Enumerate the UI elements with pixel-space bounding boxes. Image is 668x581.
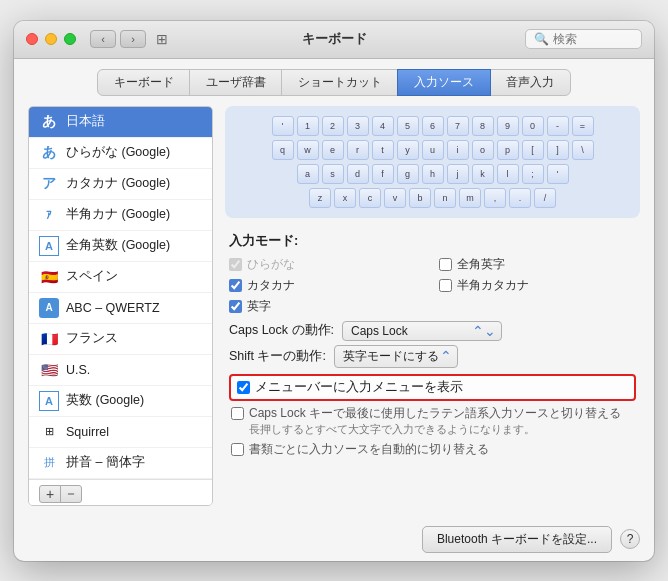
japanese-icon: あ <box>39 112 59 132</box>
grid-icon: ⊞ <box>156 31 168 47</box>
sidebar-item-katakana-google[interactable]: ア カタカナ (Google) <box>29 169 212 200</box>
checkbox-hiragana[interactable]: ひらがな <box>229 256 427 273</box>
key-r: r <box>347 140 369 160</box>
key-2: 2 <box>322 116 344 136</box>
key-a: a <box>297 164 319 184</box>
hiragana-google-icon: あ <box>39 143 59 163</box>
sidebar-item-spain[interactable]: 🇪🇸 スペイン <box>29 262 212 293</box>
key-5: 5 <box>397 116 419 136</box>
half-katakana-checkbox[interactable] <box>439 279 452 292</box>
option1-checkbox[interactable] <box>231 407 244 420</box>
window-title: キーボード <box>302 30 367 48</box>
full-alpha-label: 全角英字 <box>457 256 505 273</box>
full-alpha-checkbox[interactable] <box>439 258 452 271</box>
sidebar-label-spain: スペイン <box>66 268 118 285</box>
checkbox-half-katakana[interactable]: 半角カタカナ <box>439 277 637 294</box>
key-backtick: ' <box>272 116 294 136</box>
input-mode-checkboxes: ひらがな 全角英字 カタカナ 半角カタカナ <box>229 256 636 315</box>
tab-keyboard[interactable]: キーボード <box>97 69 191 96</box>
back-button[interactable]: ‹ <box>90 30 116 48</box>
bluetooth-setup-button[interactable]: Bluetooth キーボードを設定... <box>422 526 612 553</box>
sidebar-item-abc-qwertz[interactable]: A ABC – QWERTZ <box>29 293 212 324</box>
checkbox-alpha[interactable]: 英字 <box>229 298 427 315</box>
sidebar-label-us: U.S. <box>66 363 90 377</box>
key-lbracket: [ <box>522 140 544 160</box>
minimize-button[interactable] <box>45 33 57 45</box>
us-icon: 🇺🇸 <box>39 360 59 380</box>
tabs-bar: キーボード ユーザ辞書 ショートカット 入力ソース 音声入力 <box>14 59 654 96</box>
key-slash: / <box>534 188 556 208</box>
sidebar-label-katakana-google: カタカナ (Google) <box>66 175 170 192</box>
nav-buttons: ‹ › <box>90 30 146 48</box>
option2-label: 書類ごとに入力ソースを自動的に切り替える <box>249 441 489 458</box>
key-row-3: a s d f g h j k l ; ' <box>297 164 569 184</box>
close-button[interactable] <box>26 33 38 45</box>
search-input[interactable] <box>553 32 633 46</box>
tab-shortcuts[interactable]: ショートカット <box>281 69 399 96</box>
option2-checkbox[interactable] <box>231 443 244 456</box>
key-t: t <box>372 140 394 160</box>
key-row-2: q w e r t y u i o p [ ] \ <box>272 140 594 160</box>
sidebar-item-japanese[interactable]: あ 日本語 <box>29 107 212 138</box>
key-j: j <box>447 164 469 184</box>
france-icon: 🇫🇷 <box>39 329 59 349</box>
remove-source-button[interactable]: － <box>60 485 82 503</box>
sidebar-footer: + － <box>29 479 212 506</box>
key-6: 6 <box>422 116 444 136</box>
key-comma: , <box>484 188 506 208</box>
full-alpha-icon: A <box>39 236 59 256</box>
forward-button[interactable]: › <box>120 30 146 48</box>
key-1: 1 <box>297 116 319 136</box>
sidebar-label-france: フランス <box>66 330 118 347</box>
key-rbracket: ] <box>547 140 569 160</box>
sidebar: あ 日本語 あ ひらがな (Google) ア カタカナ (Google) ｱ … <box>28 106 213 506</box>
option1-row[interactable]: Caps Lock キーで最後に使用したラテン語系入力ソースと切り替える 長押し… <box>229 405 636 437</box>
half-katakana-icon: ｱ <box>39 205 59 225</box>
key-row-4: z x c v b n m , . / <box>309 188 556 208</box>
sidebar-item-squirrel[interactable]: ⊞ Squirrel <box>29 417 212 448</box>
traffic-lights <box>26 33 76 45</box>
caps-lock-select[interactable]: Caps Lock ⌃⌄ <box>342 321 502 341</box>
tab-voice-input[interactable]: 音声入力 <box>489 69 571 96</box>
sidebar-label-half-katakana: 半角カナ (Google) <box>66 206 170 223</box>
sidebar-label-japanese: 日本語 <box>66 113 105 130</box>
bottom-bar: Bluetooth キーボードを設定... ? <box>14 520 654 561</box>
tab-input-source[interactable]: 入力ソース <box>397 69 491 96</box>
sidebar-item-alpha-google[interactable]: A 英数 (Google) <box>29 386 212 417</box>
sidebar-item-us[interactable]: 🇺🇸 U.S. <box>29 355 212 386</box>
alpha-google-icon: A <box>39 391 59 411</box>
key-g: g <box>397 164 419 184</box>
key-l: l <box>497 164 519 184</box>
sidebar-item-half-katakana-google[interactable]: ｱ 半角カナ (Google) <box>29 200 212 231</box>
menu-checkbox-row[interactable]: メニューバーに入力メニューを表示 <box>229 374 636 401</box>
tab-user-dict[interactable]: ユーザ辞書 <box>189 69 283 96</box>
hiragana-checkbox[interactable] <box>229 258 242 271</box>
sidebar-item-pinyin[interactable]: 拼 拼音 – 簡体字 <box>29 448 212 479</box>
key-0: 0 <box>522 116 544 136</box>
katakana-checkbox[interactable] <box>229 279 242 292</box>
checkbox-katakana[interactable]: カタカナ <box>229 277 427 294</box>
sidebar-label-pinyin: 拼音 – 簡体字 <box>66 454 145 471</box>
key-d: d <box>347 164 369 184</box>
key-v: v <box>384 188 406 208</box>
key-7: 7 <box>447 116 469 136</box>
key-q: q <box>272 140 294 160</box>
sidebar-item-hiragana-google[interactable]: あ ひらがな (Google) <box>29 138 212 169</box>
key-period: . <box>509 188 531 208</box>
option2-row[interactable]: 書類ごとに入力ソースを自動的に切り替える <box>229 441 636 458</box>
key-row-1: ' 1 2 3 4 5 6 7 8 9 0 - = <box>272 116 594 136</box>
checkbox-full-alpha[interactable]: 全角英字 <box>439 256 637 273</box>
maximize-button[interactable] <box>64 33 76 45</box>
menu-checkbox[interactable] <box>237 381 250 394</box>
key-h: h <box>422 164 444 184</box>
help-button[interactable]: ? <box>620 529 640 549</box>
main-window: ‹ › ⊞ キーボード 🔍 キーボード ユーザ辞書 ショートカット 入力ソース … <box>14 21 654 561</box>
sidebar-item-france[interactable]: 🇫🇷 フランス <box>29 324 212 355</box>
sidebar-item-full-alpha-google[interactable]: A 全角英数 (Google) <box>29 231 212 262</box>
sidebar-label-alpha-google: 英数 (Google) <box>66 392 144 409</box>
search-box[interactable]: 🔍 <box>525 29 642 49</box>
add-source-button[interactable]: + <box>39 485 61 503</box>
alpha-checkbox[interactable] <box>229 300 242 313</box>
shift-key-select[interactable]: 英字モードにする ⌃ <box>334 345 458 368</box>
main-panel: ' 1 2 3 4 5 6 7 8 9 0 - = q w e <box>225 106 640 506</box>
